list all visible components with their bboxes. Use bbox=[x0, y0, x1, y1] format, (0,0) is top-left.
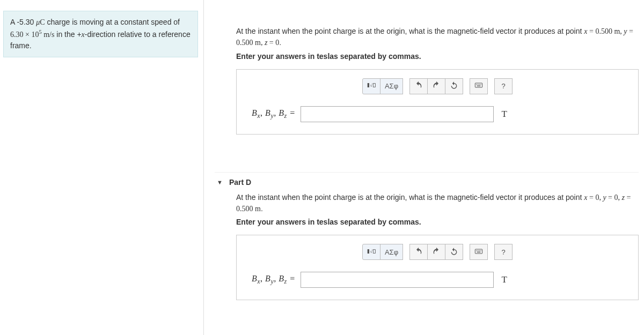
part-c-prompt: Bx, By, Bz = bbox=[252, 108, 295, 120]
part-d-header[interactable]: ▼ Part D bbox=[215, 172, 639, 192]
svg-rect-9 bbox=[368, 249, 369, 254]
svg-rect-5 bbox=[478, 84, 478, 85]
part-d-input[interactable] bbox=[301, 272, 494, 288]
part-d-answer-card: √ ΑΣφ ? bbox=[236, 235, 639, 300]
reset-button[interactable] bbox=[445, 78, 463, 94]
templates-button[interactable]: √ bbox=[362, 244, 380, 260]
answer-toolbar: √ ΑΣφ ? bbox=[246, 244, 628, 260]
greek-button[interactable]: ΑΣφ bbox=[380, 244, 403, 260]
problem-statement: A -5.30 μC charge is moving at a constan… bbox=[3, 11, 198, 57]
redo-icon bbox=[432, 81, 441, 91]
svg-rect-2 bbox=[373, 84, 375, 87]
svg-rect-0 bbox=[368, 83, 369, 87]
greek-button[interactable]: ΑΣφ bbox=[380, 78, 403, 94]
part-d-prompt: Bx, By, Bz = bbox=[252, 274, 295, 286]
undo-button[interactable] bbox=[409, 78, 428, 94]
reset-icon bbox=[450, 81, 458, 91]
keyboard-button[interactable] bbox=[470, 78, 488, 94]
templates-icon: √ bbox=[367, 81, 376, 91]
part-c-input[interactable] bbox=[301, 106, 494, 122]
svg-rect-17 bbox=[477, 251, 481, 252]
svg-text:√: √ bbox=[370, 83, 372, 88]
part-d-question: At the instant when the point charge is … bbox=[236, 192, 639, 215]
svg-rect-4 bbox=[476, 84, 477, 85]
undo-button[interactable] bbox=[409, 244, 428, 260]
svg-rect-13 bbox=[476, 250, 477, 251]
svg-text:√: √ bbox=[370, 249, 372, 254]
part-c-unit: T bbox=[501, 109, 507, 120]
caret-down-icon: ▼ bbox=[217, 179, 223, 185]
keyboard-icon bbox=[474, 81, 483, 91]
svg-rect-3 bbox=[475, 83, 482, 87]
svg-rect-15 bbox=[479, 250, 480, 251]
redo-icon bbox=[432, 247, 441, 257]
problem-sidebar: A -5.30 μC charge is moving at a constan… bbox=[0, 0, 204, 335]
templates-icon: √ bbox=[367, 247, 376, 257]
svg-rect-6 bbox=[479, 84, 480, 85]
part-c-answer-card: √ ΑΣφ ? bbox=[236, 69, 639, 135]
redo-button[interactable] bbox=[427, 78, 445, 94]
templates-button[interactable]: √ bbox=[362, 78, 380, 94]
part-c-body: At the instant when the point charge is … bbox=[215, 26, 639, 151]
reset-icon bbox=[450, 247, 458, 257]
svg-rect-12 bbox=[475, 249, 482, 254]
svg-rect-16 bbox=[480, 250, 481, 251]
undo-icon bbox=[414, 247, 423, 257]
undo-icon bbox=[414, 81, 423, 91]
help-button[interactable]: ? bbox=[494, 244, 513, 260]
answer-toolbar: √ ΑΣφ ? bbox=[246, 78, 628, 94]
part-c-instruction: Enter your answers in teslas separated b… bbox=[236, 52, 639, 61]
svg-rect-7 bbox=[480, 84, 481, 85]
part-d-label: Part D bbox=[229, 178, 251, 187]
reset-button[interactable] bbox=[445, 244, 463, 260]
keyboard-button[interactable] bbox=[470, 244, 488, 260]
part-d-instruction: Enter your answers in teslas separated b… bbox=[236, 218, 639, 226]
keyboard-icon bbox=[474, 247, 483, 257]
redo-button[interactable] bbox=[427, 244, 445, 260]
svg-rect-14 bbox=[478, 250, 478, 251]
svg-rect-11 bbox=[373, 249, 375, 253]
content-area: At the instant when the point charge is … bbox=[204, 0, 644, 335]
part-c-question: At the instant when the point charge is … bbox=[236, 26, 639, 49]
part-d-unit: T bbox=[501, 274, 507, 285]
part-d-body: At the instant when the point charge is … bbox=[215, 192, 639, 317]
help-button[interactable]: ? bbox=[494, 78, 513, 94]
svg-rect-8 bbox=[477, 86, 481, 86]
